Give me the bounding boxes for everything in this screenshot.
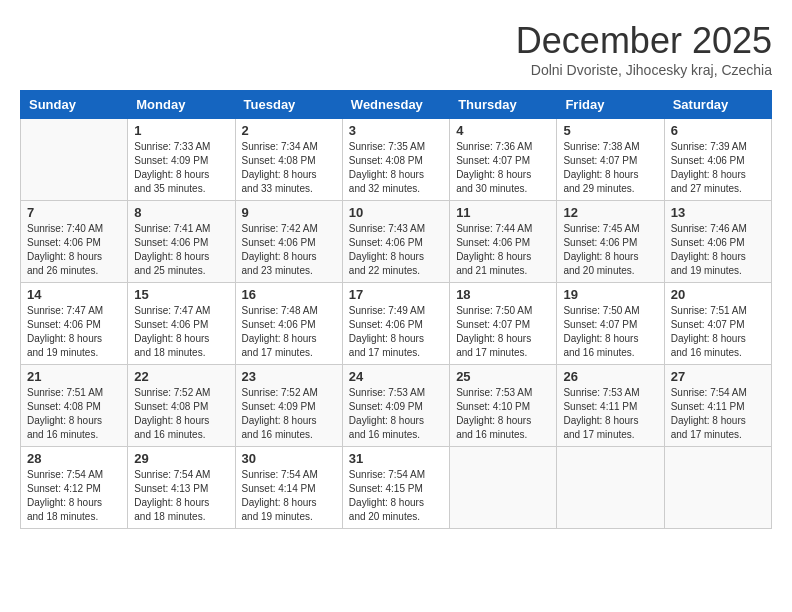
day-number: 8 xyxy=(134,205,228,220)
day-number: 22 xyxy=(134,369,228,384)
calendar-day-cell: 28Sunrise: 7:54 AMSunset: 4:12 PMDayligh… xyxy=(21,447,128,529)
day-number: 21 xyxy=(27,369,121,384)
day-number: 1 xyxy=(134,123,228,138)
day-info: Sunrise: 7:54 AMSunset: 4:12 PMDaylight:… xyxy=(27,468,121,524)
day-number: 2 xyxy=(242,123,336,138)
weekday-header: Tuesday xyxy=(235,91,342,119)
day-number: 17 xyxy=(349,287,443,302)
day-number: 12 xyxy=(563,205,657,220)
day-number: 31 xyxy=(349,451,443,466)
day-info: Sunrise: 7:41 AMSunset: 4:06 PMDaylight:… xyxy=(134,222,228,278)
day-number: 19 xyxy=(563,287,657,302)
day-info: Sunrise: 7:54 AMSunset: 4:15 PMDaylight:… xyxy=(349,468,443,524)
calendar-day-cell: 5Sunrise: 7:38 AMSunset: 4:07 PMDaylight… xyxy=(557,119,664,201)
calendar-day-cell: 14Sunrise: 7:47 AMSunset: 4:06 PMDayligh… xyxy=(21,283,128,365)
calendar-day-cell: 21Sunrise: 7:51 AMSunset: 4:08 PMDayligh… xyxy=(21,365,128,447)
calendar-week-row: 21Sunrise: 7:51 AMSunset: 4:08 PMDayligh… xyxy=(21,365,772,447)
day-number: 25 xyxy=(456,369,550,384)
day-number: 30 xyxy=(242,451,336,466)
day-info: Sunrise: 7:44 AMSunset: 4:06 PMDaylight:… xyxy=(456,222,550,278)
calendar-day-cell: 22Sunrise: 7:52 AMSunset: 4:08 PMDayligh… xyxy=(128,365,235,447)
day-info: Sunrise: 7:40 AMSunset: 4:06 PMDaylight:… xyxy=(27,222,121,278)
day-info: Sunrise: 7:52 AMSunset: 4:09 PMDaylight:… xyxy=(242,386,336,442)
calendar-day-cell: 31Sunrise: 7:54 AMSunset: 4:15 PMDayligh… xyxy=(342,447,449,529)
day-number: 3 xyxy=(349,123,443,138)
calendar-day-cell: 1Sunrise: 7:33 AMSunset: 4:09 PMDaylight… xyxy=(128,119,235,201)
calendar-day-cell: 7Sunrise: 7:40 AMSunset: 4:06 PMDaylight… xyxy=(21,201,128,283)
calendar-day-cell: 19Sunrise: 7:50 AMSunset: 4:07 PMDayligh… xyxy=(557,283,664,365)
day-info: Sunrise: 7:45 AMSunset: 4:06 PMDaylight:… xyxy=(563,222,657,278)
month-title: December 2025 xyxy=(516,20,772,62)
location: Dolni Dvoriste, Jihocesky kraj, Czechia xyxy=(516,62,772,78)
weekday-header: Sunday xyxy=(21,91,128,119)
day-number: 13 xyxy=(671,205,765,220)
day-number: 16 xyxy=(242,287,336,302)
day-info: Sunrise: 7:33 AMSunset: 4:09 PMDaylight:… xyxy=(134,140,228,196)
day-number: 29 xyxy=(134,451,228,466)
calendar-day-cell: 2Sunrise: 7:34 AMSunset: 4:08 PMDaylight… xyxy=(235,119,342,201)
calendar-day-cell: 6Sunrise: 7:39 AMSunset: 4:06 PMDaylight… xyxy=(664,119,771,201)
weekday-header: Wednesday xyxy=(342,91,449,119)
weekday-header: Saturday xyxy=(664,91,771,119)
calendar-day-cell: 13Sunrise: 7:46 AMSunset: 4:06 PMDayligh… xyxy=(664,201,771,283)
calendar-day-cell: 24Sunrise: 7:53 AMSunset: 4:09 PMDayligh… xyxy=(342,365,449,447)
day-info: Sunrise: 7:53 AMSunset: 4:11 PMDaylight:… xyxy=(563,386,657,442)
calendar-day-cell xyxy=(450,447,557,529)
calendar-day-cell: 29Sunrise: 7:54 AMSunset: 4:13 PMDayligh… xyxy=(128,447,235,529)
day-info: Sunrise: 7:49 AMSunset: 4:06 PMDaylight:… xyxy=(349,304,443,360)
calendar-day-cell: 12Sunrise: 7:45 AMSunset: 4:06 PMDayligh… xyxy=(557,201,664,283)
logo: General Blue xyxy=(20,20,60,60)
day-info: Sunrise: 7:50 AMSunset: 4:07 PMDaylight:… xyxy=(563,304,657,360)
calendar-day-cell: 9Sunrise: 7:42 AMSunset: 4:06 PMDaylight… xyxy=(235,201,342,283)
calendar-day-cell: 16Sunrise: 7:48 AMSunset: 4:06 PMDayligh… xyxy=(235,283,342,365)
calendar-week-row: 1Sunrise: 7:33 AMSunset: 4:09 PMDaylight… xyxy=(21,119,772,201)
calendar-day-cell: 10Sunrise: 7:43 AMSunset: 4:06 PMDayligh… xyxy=(342,201,449,283)
calendar-day-cell: 3Sunrise: 7:35 AMSunset: 4:08 PMDaylight… xyxy=(342,119,449,201)
day-number: 27 xyxy=(671,369,765,384)
day-info: Sunrise: 7:51 AMSunset: 4:08 PMDaylight:… xyxy=(27,386,121,442)
day-number: 18 xyxy=(456,287,550,302)
calendar-day-cell: 25Sunrise: 7:53 AMSunset: 4:10 PMDayligh… xyxy=(450,365,557,447)
calendar-week-row: 28Sunrise: 7:54 AMSunset: 4:12 PMDayligh… xyxy=(21,447,772,529)
day-number: 4 xyxy=(456,123,550,138)
day-info: Sunrise: 7:43 AMSunset: 4:06 PMDaylight:… xyxy=(349,222,443,278)
day-info: Sunrise: 7:52 AMSunset: 4:08 PMDaylight:… xyxy=(134,386,228,442)
title-block: December 2025 Dolni Dvoriste, Jihocesky … xyxy=(516,20,772,78)
calendar-day-cell: 8Sunrise: 7:41 AMSunset: 4:06 PMDaylight… xyxy=(128,201,235,283)
calendar-day-cell: 18Sunrise: 7:50 AMSunset: 4:07 PMDayligh… xyxy=(450,283,557,365)
calendar-header-row: SundayMondayTuesdayWednesdayThursdayFrid… xyxy=(21,91,772,119)
day-number: 6 xyxy=(671,123,765,138)
weekday-header: Monday xyxy=(128,91,235,119)
day-info: Sunrise: 7:46 AMSunset: 4:06 PMDaylight:… xyxy=(671,222,765,278)
day-info: Sunrise: 7:34 AMSunset: 4:08 PMDaylight:… xyxy=(242,140,336,196)
day-number: 7 xyxy=(27,205,121,220)
day-number: 23 xyxy=(242,369,336,384)
calendar-day-cell xyxy=(664,447,771,529)
calendar-day-cell: 26Sunrise: 7:53 AMSunset: 4:11 PMDayligh… xyxy=(557,365,664,447)
calendar-day-cell: 17Sunrise: 7:49 AMSunset: 4:06 PMDayligh… xyxy=(342,283,449,365)
day-info: Sunrise: 7:38 AMSunset: 4:07 PMDaylight:… xyxy=(563,140,657,196)
day-info: Sunrise: 7:36 AMSunset: 4:07 PMDaylight:… xyxy=(456,140,550,196)
calendar-week-row: 14Sunrise: 7:47 AMSunset: 4:06 PMDayligh… xyxy=(21,283,772,365)
day-info: Sunrise: 7:50 AMSunset: 4:07 PMDaylight:… xyxy=(456,304,550,360)
calendar-day-cell: 23Sunrise: 7:52 AMSunset: 4:09 PMDayligh… xyxy=(235,365,342,447)
day-info: Sunrise: 7:51 AMSunset: 4:07 PMDaylight:… xyxy=(671,304,765,360)
calendar-day-cell: 4Sunrise: 7:36 AMSunset: 4:07 PMDaylight… xyxy=(450,119,557,201)
day-number: 20 xyxy=(671,287,765,302)
day-info: Sunrise: 7:42 AMSunset: 4:06 PMDaylight:… xyxy=(242,222,336,278)
day-info: Sunrise: 7:47 AMSunset: 4:06 PMDaylight:… xyxy=(27,304,121,360)
calendar-day-cell: 30Sunrise: 7:54 AMSunset: 4:14 PMDayligh… xyxy=(235,447,342,529)
day-info: Sunrise: 7:54 AMSunset: 4:11 PMDaylight:… xyxy=(671,386,765,442)
day-info: Sunrise: 7:47 AMSunset: 4:06 PMDaylight:… xyxy=(134,304,228,360)
calendar-day-cell: 11Sunrise: 7:44 AMSunset: 4:06 PMDayligh… xyxy=(450,201,557,283)
day-info: Sunrise: 7:39 AMSunset: 4:06 PMDaylight:… xyxy=(671,140,765,196)
day-info: Sunrise: 7:53 AMSunset: 4:10 PMDaylight:… xyxy=(456,386,550,442)
calendar-day-cell: 15Sunrise: 7:47 AMSunset: 4:06 PMDayligh… xyxy=(128,283,235,365)
day-info: Sunrise: 7:54 AMSunset: 4:14 PMDaylight:… xyxy=(242,468,336,524)
day-number: 26 xyxy=(563,369,657,384)
calendar-day-cell: 20Sunrise: 7:51 AMSunset: 4:07 PMDayligh… xyxy=(664,283,771,365)
calendar-week-row: 7Sunrise: 7:40 AMSunset: 4:06 PMDaylight… xyxy=(21,201,772,283)
day-info: Sunrise: 7:54 AMSunset: 4:13 PMDaylight:… xyxy=(134,468,228,524)
weekday-header: Friday xyxy=(557,91,664,119)
weekday-header: Thursday xyxy=(450,91,557,119)
